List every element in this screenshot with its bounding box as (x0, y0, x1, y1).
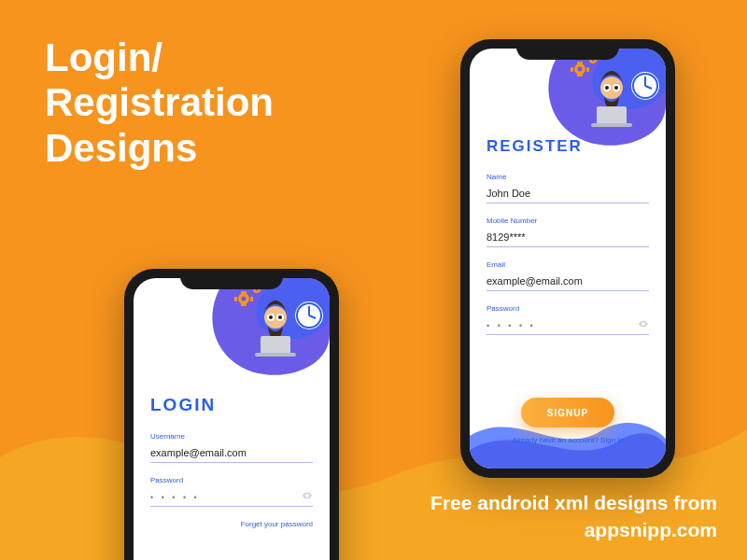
footer-line: Free android xml designs from (430, 492, 717, 513)
mobile-input[interactable] (486, 229, 649, 247)
headline-line: Login/ (45, 35, 162, 79)
email-input[interactable] (486, 273, 649, 291)
login-form: LOGIN Username Password Forget your pass… (150, 395, 313, 528)
svg-point-31 (578, 67, 583, 72)
name-field: Name (486, 173, 649, 203)
svg-rect-34 (571, 67, 573, 72)
headline: Login/ Registration Designs (45, 35, 274, 171)
phone-notch (180, 269, 283, 289)
svg-point-12 (242, 297, 247, 301)
phone-register: REGISTER Name Mobile Number Email Passwo… (460, 39, 675, 478)
svg-rect-15 (234, 297, 237, 301)
signup-button[interactable]: SIGNUP (521, 398, 614, 427)
password-label: Password (150, 476, 313, 484)
register-screen: REGISTER Name Mobile Number Email Passwo… (470, 49, 666, 469)
forgot-password-link[interactable]: Forget your password (150, 520, 313, 528)
signin-link[interactable]: Already have an account? Sign in (470, 436, 666, 444)
register-title: REGISTER (486, 137, 649, 156)
password-label: Password (486, 304, 649, 313)
login-title: LOGIN (150, 395, 313, 415)
svg-point-8 (278, 315, 282, 319)
svg-rect-33 (577, 74, 583, 77)
svg-rect-29 (591, 123, 632, 127)
svg-point-27 (614, 86, 618, 90)
svg-point-26 (605, 86, 609, 90)
visibility-icon[interactable] (302, 490, 313, 501)
svg-rect-16 (250, 297, 253, 301)
password-field: Password (486, 304, 649, 335)
svg-rect-13 (241, 291, 247, 294)
email-label: Email (486, 260, 649, 269)
phone-login: LOGIN Username Password Forget your pass… (124, 269, 339, 560)
headline-line: Designs (45, 126, 197, 170)
footer-line: appsnipp.com (585, 519, 717, 540)
svg-point-7 (269, 315, 273, 319)
headline-line: Registration (45, 80, 274, 124)
password-field: Password (150, 476, 313, 507)
svg-rect-35 (586, 67, 589, 72)
svg-rect-9 (261, 336, 290, 355)
phone-notch (516, 39, 619, 60)
password-input[interactable] (150, 490, 313, 507)
username-label: Username (150, 432, 313, 441)
svg-rect-28 (597, 106, 627, 125)
name-input[interactable] (486, 185, 649, 203)
username-input[interactable] (150, 444, 313, 463)
footer-text: Free android xml designs from appsnipp.c… (430, 490, 717, 543)
login-screen: LOGIN Username Password Forget your pass… (134, 278, 330, 560)
svg-rect-10 (255, 353, 296, 357)
hero-illustration (190, 278, 330, 390)
svg-rect-14 (241, 303, 247, 306)
email-field: Email (486, 260, 649, 291)
name-label: Name (486, 173, 649, 181)
mobile-field: Mobile Number (486, 217, 649, 247)
username-field: Username (150, 432, 313, 463)
visibility-icon[interactable] (638, 318, 649, 329)
svg-rect-32 (577, 62, 583, 64)
mobile-label: Mobile Number (486, 217, 649, 225)
register-form: REGISTER Name Mobile Number Email Passwo… (486, 137, 649, 348)
password-input[interactable] (486, 318, 649, 335)
